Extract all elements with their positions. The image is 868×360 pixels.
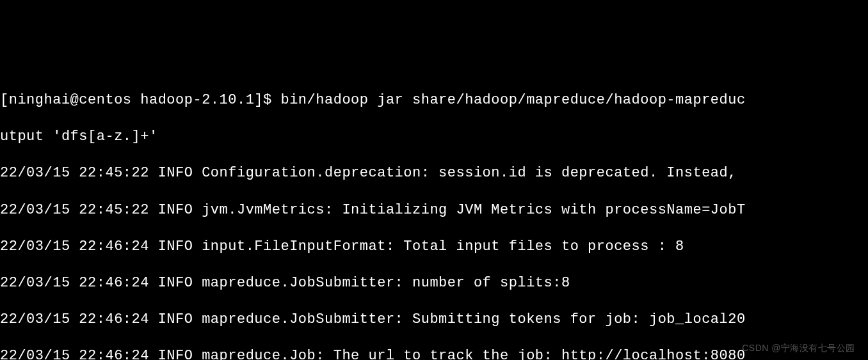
terminal-line: 22/03/15 22:45:22 INFO Configuration.dep…: [0, 164, 868, 183]
terminal-line: [ninghai@centos hadoop-2.10.1]$ bin/hado…: [0, 91, 868, 110]
terminal-line: utput 'dfs[a-z.]+': [0, 128, 868, 146]
terminal-output[interactable]: [ninghai@centos hadoop-2.10.1]$ bin/hado…: [0, 73, 868, 360]
terminal-line: 22/03/15 22:45:22 INFO jvm.JvmMetrics: I…: [0, 201, 868, 220]
terminal-line: 22/03/15 22:46:24 INFO input.FileInputFo…: [0, 238, 868, 256]
watermark-text: CSDN @宁海没有七号公园: [742, 342, 855, 354]
terminal-line: 22/03/15 22:46:24 INFO mapreduce.Job: Th…: [0, 347, 868, 360]
terminal-line: 22/03/15 22:46:24 INFO mapreduce.JobSubm…: [0, 311, 868, 329]
terminal-line: 22/03/15 22:46:24 INFO mapreduce.JobSubm…: [0, 274, 868, 293]
